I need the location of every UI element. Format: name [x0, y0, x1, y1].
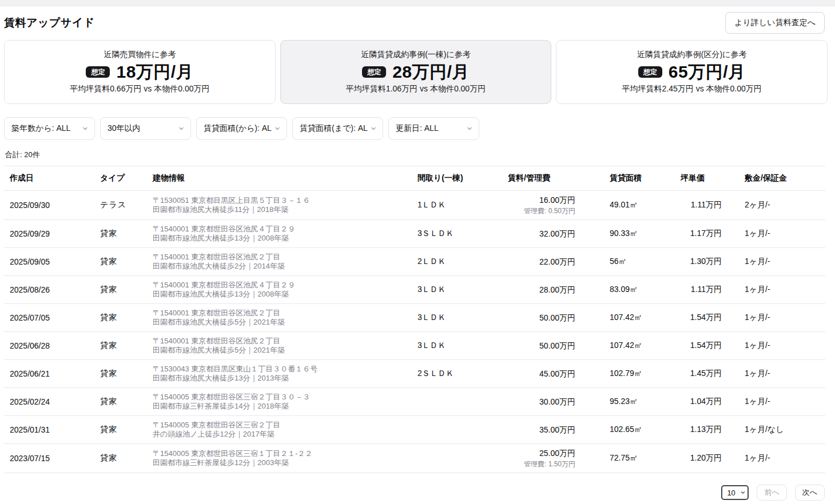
row-rent-cell: 35.00万円: [502, 416, 610, 444]
row-address: 〒1540001 東京都世田谷区池尻４丁目２９: [153, 225, 412, 234]
row-address: 〒1540001 東京都世田谷区池尻２丁目: [153, 253, 412, 262]
row-unit-price: 1.11万円: [681, 191, 727, 220]
page-size-select[interactable]: 10: [721, 485, 749, 500]
row-type: 貸家: [94, 220, 147, 248]
row-area: 56㎡: [610, 248, 681, 276]
row-created-date: 2025/07/05: [4, 304, 94, 332]
estimate-card-lease-unit[interactable]: 近隣賃貸成約事例(区分)に参考 想定 65万円/月 平均坪賃料2.45万円 vs…: [556, 40, 828, 104]
row-access: 田園都市線池尻大橋徒歩5分｜2021年築: [153, 346, 412, 355]
page-header: 賃料アップサイド より詳しい賃料査定へ: [0, 6, 835, 40]
row-building-info: 〒1530043 東京都目黒区東山１丁目３０番１６号 田園都市線池尻大橋徒歩13…: [147, 360, 412, 388]
top-strip: [0, 0, 835, 6]
row-rent-cell: 22.00万円: [502, 248, 610, 276]
row-rent-cell: 25.00万円 管理費: 1.50万円: [502, 444, 610, 473]
row-access: 田園都市線池尻大橋徒歩13分｜2008年築: [153, 234, 412, 243]
table-row[interactable]: 2025/02/24 貸家 〒1540005 東京都世田谷区三宿２丁目３０－３ …: [4, 388, 825, 416]
detailed-appraisal-button[interactable]: より詳しい賃料査定へ: [725, 12, 825, 34]
estimate-cards: 近隣売買物件に参考 想定 18万円/月 平均坪賃料0.66万円 vs 本物件0.…: [0, 40, 835, 104]
page-title: 賃料アップサイド: [4, 15, 95, 30]
estimate-card-sale-comps[interactable]: 近隣売買物件に参考 想定 18万円/月 平均坪賃料0.66万円 vs 本物件0.…: [4, 40, 276, 104]
row-rent-cell: 45.00万円: [502, 360, 610, 388]
row-building-info: 〒1540005 東京都世田谷区三宿２丁目 井の頭線池ノ上徒歩12分｜2017年…: [147, 416, 412, 444]
row-building-info: 〒1540001 東京都世田谷区池尻２丁目 田園都市線池尻大橋徒歩5分｜2021…: [147, 304, 412, 332]
chevron-down-icon: [466, 125, 473, 132]
prev-page-button[interactable]: 前へ: [757, 485, 786, 501]
chevron-down-icon: [178, 125, 185, 132]
column-header-rent: 賃料/管理費: [502, 166, 610, 191]
row-access: 田園都市線池尻大橋徒歩11分｜2018年築: [153, 205, 412, 214]
card-value-row: 想定 18万円/月: [86, 61, 193, 84]
filter-updated-date[interactable]: 更新日: ALL: [388, 117, 479, 140]
row-layout: 2ＬＤＫ: [412, 248, 502, 276]
row-unit-price: 1.13万円: [681, 416, 727, 444]
row-access: 井の頭線池ノ上徒歩12分｜2017年築: [153, 430, 412, 439]
row-created-date: 2025/01/31: [4, 416, 94, 444]
row-unit-price: 1.54万円: [681, 304, 727, 332]
row-deposit: 1ヶ月/-: [727, 332, 825, 360]
row-rent: 25.00万円: [508, 449, 575, 458]
comparables-table: 作成日 タイプ 建物情報 間取り(一棟) 賃料/管理費 賃貸面積 坪単価 敷金/…: [4, 166, 825, 473]
row-type: 貸家: [94, 332, 147, 360]
row-layout: [412, 416, 502, 444]
row-deposit: 1ヶ月/-: [727, 388, 825, 416]
row-created-date: 2025/06/21: [4, 360, 94, 388]
column-header-created: 作成日: [4, 166, 94, 191]
table-row[interactable]: 2025/06/21 貸家 〒1530043 東京都目黒区東山１丁目３０番１６号…: [4, 360, 825, 388]
chevron-down-icon: [274, 125, 281, 132]
row-unit-price: 1.11万円: [681, 276, 727, 304]
card-title: 近隣賃貸成約事例(一棟)に参考: [361, 50, 471, 60]
table-row[interactable]: 2025/07/05 貸家 〒1540001 東京都世田谷区池尻２丁目 田園都市…: [4, 304, 825, 332]
row-area: 107.42㎡: [610, 332, 681, 360]
filter-label: 賃貸面積(まで): AL: [300, 123, 368, 134]
table-row[interactable]: 2025/06/28 貸家 〒1540001 東京都世田谷区池尻２丁目 田園都市…: [4, 332, 825, 360]
row-layout: [412, 444, 502, 473]
table-row[interactable]: 2025/09/05 貸家 〒1540001 東京都世田谷区池尻２丁目 田園都市…: [4, 248, 825, 276]
table-row[interactable]: 2023/07/15 貸家 〒1540005 東京都世田谷区三宿１丁目２１‐２２…: [4, 444, 825, 473]
estimate-badge: 想定: [362, 66, 386, 78]
row-deposit: 1ヶ月/-: [727, 444, 825, 473]
row-area: 102.65㎡: [610, 416, 681, 444]
filter-area-to[interactable]: 賃貸面積(まで): AL: [292, 117, 383, 140]
page-size-wrap: 10: [721, 485, 749, 500]
row-layout: 2ＳＬＤＫ: [412, 360, 502, 388]
row-area: 83.09㎡: [610, 276, 681, 304]
card-value: 65万円/月: [669, 61, 746, 84]
card-value-row: 想定 28万円/月: [362, 61, 470, 84]
next-page-button[interactable]: 次へ: [795, 485, 825, 501]
row-access: 田園都市線池尻大橋徒歩5分｜2021年築: [153, 318, 412, 327]
chevron-down-icon: [82, 125, 89, 132]
row-rent-cell: 16.00万円 管理費: 0.50万円: [502, 191, 610, 220]
card-subtitle: 平均坪賃料1.06万円 vs 本物件0.00万円: [346, 84, 486, 94]
table-row[interactable]: 2025/01/31 貸家 〒1540005 東京都世田谷区三宿２丁目 井の頭線…: [4, 416, 825, 444]
pagination: 10 前へ 次へ: [0, 473, 835, 501]
filter-building-age-from[interactable]: 築年数から: ALL: [4, 117, 95, 140]
row-address: 〒1540001 東京都世田谷区池尻２丁目: [153, 337, 412, 346]
row-area: 107.42㎡: [610, 304, 681, 332]
row-building-info: 〒1540005 東京都世田谷区三宿１丁目２１‐２２ 田園都市線三軒茶屋徒歩12…: [147, 444, 412, 473]
card-value-row: 想定 65万円/月: [638, 61, 746, 84]
row-access: 田園都市線池尻大橋徒歩2分｜2014年築: [153, 262, 412, 271]
table-row[interactable]: 2025/08/26 貸家 〒1540001 東京都世田谷区池尻４丁目２９ 田園…: [4, 276, 825, 304]
row-rent: 32.00万円: [508, 229, 575, 239]
table-row[interactable]: 2025/09/29 貸家 〒1540001 東京都世田谷区池尻４丁目２９ 田園…: [4, 220, 825, 248]
row-layout: 3ＬＤＫ: [412, 276, 502, 304]
row-rent-cell: 28.00万円: [502, 276, 610, 304]
row-address: 〒1530043 東京都目黒区東山１丁目３０番１６号: [153, 365, 412, 374]
row-type: 貸家: [94, 304, 147, 332]
card-value: 28万円/月: [392, 61, 470, 84]
row-created-date: 2025/06/28: [4, 332, 94, 360]
row-management-fee: 管理費: 0.50万円: [508, 207, 575, 215]
card-title: 近隣売買物件に参考: [104, 50, 176, 60]
row-type: 貸家: [94, 416, 147, 444]
row-rent: 16.00万円: [508, 195, 575, 205]
row-rent: 22.00万円: [508, 257, 575, 267]
filter-label: 更新日: ALL: [396, 123, 439, 134]
row-management-fee: 管理費: 1.50万円: [508, 460, 575, 468]
estimate-card-lease-building[interactable]: 近隣賃貸成約事例(一棟)に参考 想定 28万円/月 平均坪賃料1.06万円 vs…: [280, 40, 552, 104]
card-subtitle: 平均坪賃料0.66万円 vs 本物件0.00万円: [70, 84, 209, 94]
filter-area-from[interactable]: 賃貸面積(から): AL: [196, 117, 287, 140]
row-deposit: 1ヶ月/-: [727, 304, 825, 332]
estimate-badge: 想定: [86, 66, 110, 78]
filter-building-age-to[interactable]: 30年以内: [100, 117, 191, 140]
table-row[interactable]: 2025/09/30 テラス 〒1530051 東京都目黒区上目黒５丁目３－１６…: [4, 191, 825, 220]
